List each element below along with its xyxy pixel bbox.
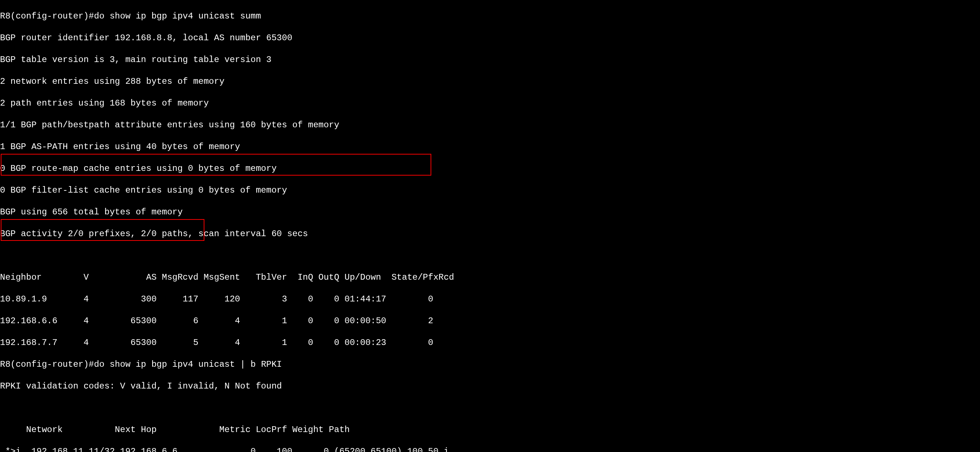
bgp-header-line: BGP router identifier 192.168.8.8, local… — [0, 33, 980, 43]
command-text: do show ip bgp ipv4 unicast | b RPKI — [94, 359, 282, 369]
command-line-2: R8(config-router)#do show ip bgp ipv4 un… — [0, 359, 980, 370]
neighbor-table-row: 192.168.6.6 4 65300 6 4 1 0 0 00:00:50 2 — [0, 316, 980, 326]
bgp-header-line: BGP activity 2/0 prefixes, 2/0 paths, sc… — [0, 228, 980, 240]
terminal-output[interactable]: R8(config-router)#do show ip bgp ipv4 un… — [0, 0, 980, 452]
bgp-header-line: 0 BGP route-map cache entries using 0 by… — [0, 163, 980, 174]
prompt: R8(config-router)# — [0, 359, 94, 369]
command-text: do show ip bgp ipv4 unicast summ — [94, 11, 261, 21]
bgp-header-line: BGP using 656 total bytes of memory — [0, 207, 980, 218]
bgp-header-line: 2 network entries using 288 bytes of mem… — [0, 76, 980, 87]
neighbor-table-row: 10.89.1.9 4 300 117 120 3 0 0 01:44:17 0 — [0, 294, 980, 305]
neighbor-table-row: 192.168.7.7 4 65300 5 4 1 0 0 00:00:23 0 — [0, 337, 980, 348]
bgp-header-line: 1/1 BGP path/bestpath attribute entries … — [0, 120, 980, 131]
bgp-header-line: 2 path entries using 168 bytes of memory — [0, 98, 980, 109]
neighbor-table-header: Neighbor V AS MsgRcvd MsgSent TblVer InQ… — [0, 272, 980, 283]
bgp-header-line: 1 BGP AS-PATH entries using 40 bytes of … — [0, 142, 980, 152]
prompt: R8(config-router)# — [0, 11, 94, 21]
rpki-table-header: Network Next Hop Metric LocPrf Weight Pa… — [0, 425, 980, 435]
command-line-1: R8(config-router)#do show ip bgp ipv4 un… — [0, 11, 980, 22]
rpki-codes-line: RPKI validation codes: V valid, I invali… — [0, 381, 980, 392]
bgp-header-line: BGP table version is 3, main routing tab… — [0, 54, 980, 65]
bgp-header-line: 0 BGP filter-list cache entries using 0 … — [0, 185, 980, 196]
blank-line — [0, 250, 980, 261]
blank-line — [0, 402, 980, 414]
rpki-table-row: *>i 192.168.11.11/32 192.168.6.6 0 100 0… — [0, 446, 980, 452]
